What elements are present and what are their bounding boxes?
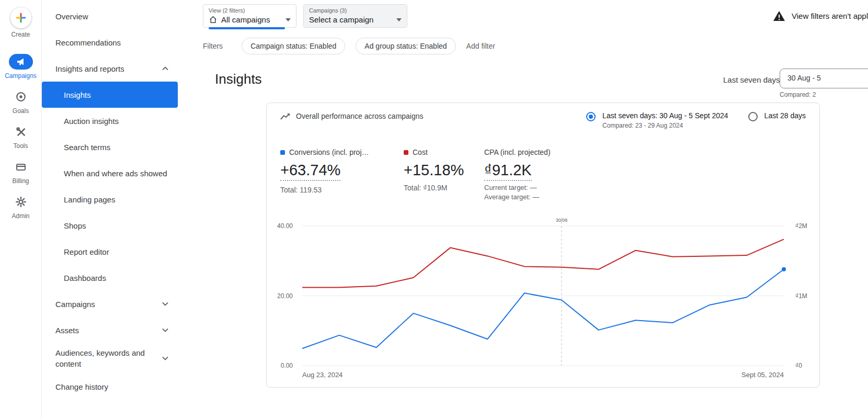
y-axis-tick: 40.00	[277, 222, 293, 230]
rail-item-goals[interactable]: Goals	[0, 89, 41, 115]
metric-detail: Average target: —	[484, 193, 551, 201]
performance-chart: 40.00 20.00 0.00 ₫2M ₫1M ₫0 30/08	[302, 226, 784, 366]
sidebar-item-when-and-where-ads-showed[interactable]: When and where ads showed	[42, 160, 178, 186]
rail-item-label: Campaigns	[5, 72, 37, 80]
metrics-row: Conversions (incl. proj… +63.74% Total: …	[267, 129, 819, 201]
metric-label: Cost	[413, 148, 428, 156]
chevron-down-icon	[162, 302, 168, 306]
view-filters-warning: View filters aren't appl	[773, 4, 868, 21]
metric-detail: Total: ₫10.9M	[404, 184, 472, 192]
metric-label: CPA (incl. projected)	[484, 148, 551, 156]
x-axis-tick: Sept 05, 2024	[741, 371, 784, 379]
radio-sublabel: Compared: 23 - 29 Aug 2024	[602, 122, 728, 129]
sidebar-item-shops[interactable]: Shops	[42, 212, 178, 239]
target-icon	[9, 89, 33, 105]
sidebar-item-auction-insights[interactable]: Auction insights	[42, 108, 178, 134]
rail-item-label: Billing	[12, 177, 29, 185]
card-title: Overall performance across campaigns	[296, 111, 424, 120]
chevron-up-icon	[162, 66, 168, 71]
sidebar-item-report-editor[interactable]: Report editor	[42, 239, 178, 265]
rail-item-label: Tools	[13, 142, 28, 150]
rail-item-tools[interactable]: Tools	[0, 124, 41, 150]
sidebar-item-recommendations[interactable]: Recommendations	[42, 29, 178, 55]
radio-last-seven-days[interactable]: Last seven days: 30 Aug - 5 Sept 2024 Co…	[586, 111, 728, 129]
y2-axis-tick: ₫2M	[795, 222, 807, 230]
campaign-selector-value: Select a campaign	[309, 15, 373, 24]
warning-text: View filters aren't appl	[792, 12, 868, 20]
y2-axis-tick: ₫0	[795, 362, 802, 369]
y-axis-tick: 20.00	[277, 292, 293, 300]
chevron-down-icon	[285, 18, 291, 21]
range-radio-group: Last seven days: 30 Aug - 5 Sept 2024 Co…	[586, 111, 806, 129]
warning-icon	[773, 10, 785, 21]
cost-legend-dot	[404, 150, 408, 155]
add-filter-button[interactable]: Add filter	[466, 42, 495, 50]
card-header: Overall performance across campaigns Las…	[267, 103, 819, 129]
rail-item-billing[interactable]: Billing	[0, 159, 41, 185]
filter-chip-ad-group-status[interactable]: Ad group status: Enabled	[356, 38, 455, 54]
rail-item-campaigns[interactable]: Campaigns	[0, 54, 41, 80]
compared-range-text: Compared: 2	[780, 91, 868, 98]
rail-item-label: Goals	[13, 107, 29, 115]
radio-label: Last 28 days	[764, 111, 806, 120]
filters-label: Filters	[203, 42, 223, 50]
radio-unselected-icon	[748, 112, 758, 121]
campaign-selector-label: Campaigns (3)	[309, 7, 402, 14]
trending-up-icon	[280, 112, 291, 121]
gear-icon	[9, 194, 33, 210]
view-selector[interactable]: View (2 filters) All campaigns	[203, 4, 296, 28]
filter-chip-campaign-status[interactable]: Campaign status: Enabled	[242, 38, 345, 54]
sidebar-item-audiences-keywords-content[interactable]: Audiences, keywords and content	[42, 343, 178, 373]
plus-icon	[10, 7, 31, 28]
y2-axis-tick: ₫1M	[795, 292, 807, 300]
left-rail: Create Campaigns Goals	[0, 0, 42, 419]
main-content: View (2 filters) All campaigns Campaigns…	[178, 0, 868, 419]
campaign-selector[interactable]: Campaigns (3) Select a campaign	[303, 4, 407, 28]
radio-label: Last seven days: 30 Aug - 5 Sept 2024	[602, 111, 728, 120]
chart-marker-label: 30/08	[556, 218, 568, 223]
topbar: View (2 filters) All campaigns Campaigns…	[178, 0, 868, 32]
megaphone-icon	[9, 54, 33, 70]
sidebar-item-insights-and-reports[interactable]: Insights and reports	[42, 55, 178, 82]
secondary-sidebar: Overview Recommendations Insights and re…	[42, 0, 178, 419]
date-range-picker[interactable]: 30 Aug - 5	[780, 69, 868, 88]
view-selector-value: All campaigns	[221, 15, 270, 24]
sidebar-item-search-terms[interactable]: Search terms	[42, 134, 178, 160]
radio-selected-icon	[586, 112, 596, 121]
chevron-down-icon	[162, 328, 168, 332]
metric-cpa: CPA (incl. projected) ₫91.2K Current tar…	[484, 148, 551, 201]
view-selector-label: View (2 filters)	[209, 7, 291, 14]
sidebar-item-campaigns[interactable]: Campaigns	[42, 291, 178, 317]
filters-row: Filters Campaign status: Enabled Ad grou…	[178, 32, 868, 60]
x-axis-tick: Aug 23, 2024	[302, 371, 342, 379]
date-range-label: Last seven days	[723, 75, 780, 84]
rail-item-label: Admin	[12, 212, 29, 220]
sidebar-item-change-history[interactable]: Change history	[42, 373, 178, 400]
metric-value: +63.74%	[280, 162, 340, 181]
sidebar-item-insights[interactable]: Insights	[42, 82, 178, 108]
sidebar-item-assets[interactable]: Assets	[42, 317, 178, 343]
x-axis-labels: Aug 23, 2024 Sept 05, 2024	[302, 371, 784, 379]
home-icon	[209, 15, 218, 24]
rail-item-label: Create	[11, 31, 30, 38]
y-axis-tick: 0.00	[281, 362, 293, 369]
chevron-down-icon	[396, 18, 402, 21]
chevron-down-icon	[162, 356, 168, 360]
rail-item-admin[interactable]: Admin	[0, 194, 41, 220]
metric-detail: Current target: —	[484, 184, 551, 191]
sidebar-item-overview[interactable]: Overview	[42, 3, 178, 29]
sidebar-item-landing-pages[interactable]: Landing pages	[42, 186, 178, 212]
performance-chart-svg	[302, 226, 784, 366]
metric-cost: Cost +15.18% Total: ₫10.9M	[404, 148, 472, 201]
conversions-legend-dot	[280, 150, 285, 155]
metric-conversions: Conversions (incl. proj… +63.74% Total: …	[280, 148, 391, 201]
page-header: Insights Last seven days 30 Aug - 5 Comp…	[203, 67, 868, 100]
metric-label: Conversions (incl. proj…	[289, 148, 369, 156]
app-root: Create Campaigns Goals	[0, 0, 868, 419]
radio-last-28-days[interactable]: Last 28 days	[748, 111, 806, 129]
overall-performance-card: Overall performance across campaigns Las…	[266, 103, 820, 388]
sidebar-item-dashboards[interactable]: Dashboards	[42, 265, 178, 291]
create-button[interactable]: Create	[0, 7, 41, 38]
credit-card-icon	[9, 159, 33, 175]
metric-value: +15.18%	[404, 162, 464, 179]
